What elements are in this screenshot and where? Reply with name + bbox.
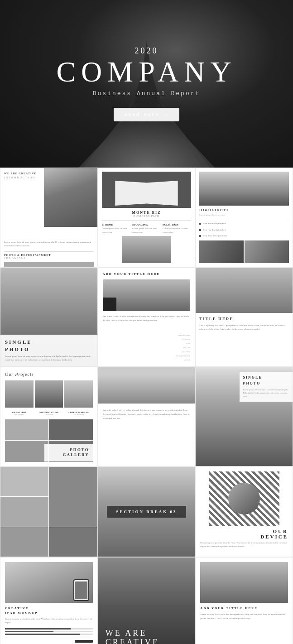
slide-add-title-2: ADD YOUR TITTLE HERE Just to be today I … — [195, 557, 293, 644]
poem-lines: Over the riverI will liveto bethe loveyo… — [103, 333, 191, 362]
intro-body: Lorem ipsum dolor sit amet, consectetur … — [4, 239, 94, 248]
divider2 — [199, 219, 289, 219]
gallery-cell-3 — [5, 441, 48, 461]
person-photo — [44, 168, 97, 227]
device-circle-bg — [228, 483, 260, 514]
wac-content: WE ARECREATIVE — [98, 557, 195, 644]
book-image — [102, 172, 192, 208]
ipad-body: Presenting your product from the front. … — [5, 617, 93, 625]
intro-text: Lorem ipsum dolor sit amet, consectetur … — [4, 240, 94, 248]
sp-right-label: SINGLE — [243, 375, 289, 380]
book-col3-text: Lorem ipsum dolor sit amet consectetur. — [163, 227, 191, 234]
row-2: SINGLE PHOTO Lorem ipsum dolor sit amet,… — [0, 267, 293, 367]
gallery-cell-1 — [5, 419, 48, 440]
bullet-1 — [199, 223, 201, 225]
diary-text-area: Just to be today I will try to live thro… — [98, 404, 195, 466]
single-photo-bg: SINGLE PHOTO Lorem ipsum dolor sit amet,… — [0, 268, 97, 366]
title-photo-bg — [196, 268, 293, 313]
diary-photo — [98, 367, 195, 404]
row-5: CREATIVE IPAD MOCKUP Presenting your pro… — [0, 557, 293, 644]
add-title-photo — [103, 279, 191, 311]
highlight-1: Item one description here — [199, 222, 289, 226]
wac-heading: WE ARECREATIVE — [106, 629, 159, 644]
project-photo-3 — [64, 380, 93, 408]
bullet-2 — [199, 229, 201, 231]
slide-creative-ipad: CREATIVE IPAD MOCKUP Presenting your pro… — [0, 557, 98, 644]
book-col-1: 01 BOOK Lorem ipsum dolor sit amet conse… — [102, 223, 130, 234]
highlight-3-text: Item three description here — [203, 234, 227, 238]
row-3: Our Projects GREAT FIND — [0, 367, 293, 466]
book-col2-text: Lorem ipsum dolor sit amet consectetur. — [132, 227, 161, 234]
agency-subtitle: THE AGENCY — [4, 256, 94, 259]
book-cols: 01 BOOK Lorem ipsum dolor sit amet conse… — [102, 223, 192, 234]
proj-sub-1: The Product — [5, 413, 34, 416]
highlight-2-text: Item two description here — [203, 228, 226, 232]
device-circle — [228, 483, 260, 514]
book-col1-title: 01 BOOK — [102, 223, 130, 226]
projects-photos — [5, 380, 93, 408]
title-here-text-area: TITLE HERE Life is a journey to a place.… — [196, 313, 293, 335]
book-subtitle: BUSINESS PATH — [102, 215, 192, 217]
zebra-bg — [245, 240, 289, 263]
slide-highlights: HIGHLIGHTS Lorem ipsum lorem sit amet It… — [195, 168, 293, 267]
book-col2-title: MANAGING — [132, 223, 161, 226]
agency-sub: PHOTO & ENTERTAINMENT THE AGENCY IMPORTA… — [4, 251, 94, 267]
highlight-1-text: Item one description here — [203, 222, 226, 226]
book-col-3: SOLUTIONS Lorem ipsum dolor sit amet con… — [163, 223, 191, 234]
black-square-overlay — [103, 298, 116, 311]
bar-1 — [5, 628, 93, 630]
bar-3-fill — [5, 634, 80, 635]
poem-text: Over the riverI will liveto bethe loveyo… — [103, 333, 191, 362]
ipad-person-photo — [5, 562, 93, 603]
slide-photo-gallery — [0, 466, 98, 557]
project-photo-1 — [5, 380, 34, 408]
highlights-label: HIGHLIGHTS — [199, 208, 289, 212]
read-more-button[interactable]: Read more — [114, 108, 179, 121]
at2-photo-bg — [200, 562, 288, 603]
elephant-photo — [199, 240, 244, 263]
hero-subtitle: Business Annual Report — [56, 90, 236, 97]
hero-section: 2020 COMPANY Business Annual Report Read… — [0, 0, 293, 168]
proj-sub-2: The Result — [35, 413, 63, 416]
add-title2-photo — [200, 562, 288, 603]
gallery-img-2 — [49, 467, 97, 527]
gallery-img-4 — [0, 527, 48, 557]
photo-gallery-label-area: PHOTOGALLERY — [44, 444, 93, 461]
highlights-sub: Lorem ipsum lorem sit amet — [199, 214, 289, 216]
slide-intro: WE ARE CREATIVE INTRODUCTION Lorem ipsum… — [0, 168, 98, 267]
diary-photo-bg — [98, 367, 195, 404]
ipad-screen — [75, 582, 87, 599]
ipad-title2: IPAD MOCKUP — [5, 611, 93, 615]
book-pages — [115, 181, 178, 206]
add-title2-heading: ADD YOUR TITTLE HERE — [200, 606, 288, 610]
highlight-3: Item three description here — [199, 234, 289, 238]
book-col-2: MANAGING Lorem ipsum dolor sit amet cons… — [132, 223, 161, 234]
elephant-bg — [199, 240, 244, 263]
woman-photo-bg — [122, 236, 171, 263]
ipad-divider — [5, 638, 93, 638]
proj-label-1: GREAT FIND The Product — [5, 411, 34, 416]
gallery-img-5 — [49, 527, 97, 557]
bar-3 — [5, 634, 93, 635]
proj-label-3: COFFEE & BREAD The Moment — [64, 411, 93, 416]
our-device-label: OURDEVICE — [200, 529, 288, 539]
slide-our-projects: Our Projects GREAT FIND — [0, 367, 98, 466]
add-title-text: Just to live - while is to be through th… — [103, 315, 191, 322]
our-device-text: Presenting your product from the front. … — [200, 541, 288, 548]
book-title: MONTE BIZ — [102, 211, 192, 215]
slide-our-device: OURDEVICE Presenting your product from t… — [195, 466, 293, 557]
highlights-photo — [199, 172, 289, 206]
title-here-content: TITLE HERE Life is a journey to a place.… — [196, 268, 293, 366]
pp1-bg — [5, 380, 34, 408]
slide-section-break: SECTION BREAK 03 — [98, 466, 196, 557]
page-indicator — [75, 640, 93, 643]
diary-content: Just to be today I will try to live thro… — [98, 367, 195, 466]
projects-labels: GREAT FIND The Product AMAZING STONE The… — [5, 411, 93, 416]
pp2-bg — [35, 380, 63, 408]
single-photo-right-text: SINGLE PHOTO Lorem ipsum dolor sit amet,… — [240, 372, 293, 402]
bar-1-fill — [5, 628, 71, 630]
zebra-photo — [245, 240, 289, 263]
single-photo-text: Lorem ipsum dolor sit amet, consectetur … — [5, 355, 93, 362]
single-photo-label2: PHOTO — [5, 346, 93, 352]
gallery-cell-2 — [49, 419, 92, 440]
